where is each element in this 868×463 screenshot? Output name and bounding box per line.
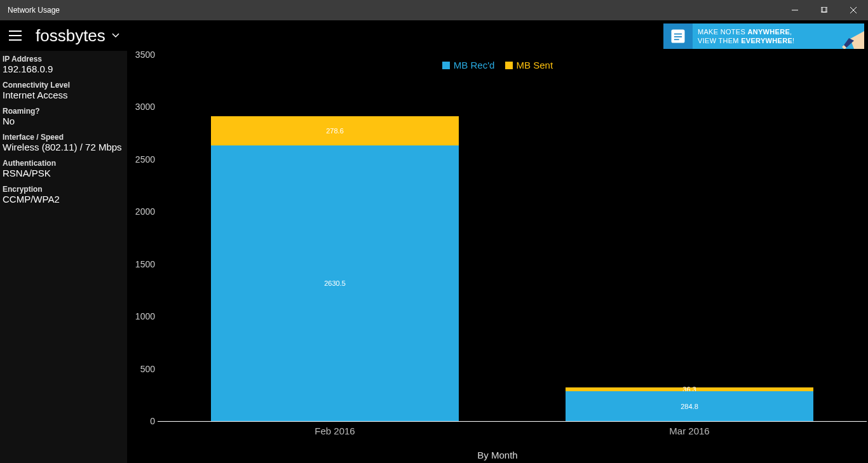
- chart-area: MB Rec'd MB Sent 05001000150020002500300…: [127, 51, 868, 463]
- note-icon: [663, 23, 693, 49]
- label-enc: Encryption: [3, 185, 125, 194]
- bar-feb-2016: 278.62630.5: [211, 116, 459, 421]
- kv-iface: Interface / Speed Wireless (802.11) / 72…: [3, 133, 125, 152]
- x-axis-title: By Month: [127, 450, 868, 460]
- value-auth: RSNA/PSK: [3, 168, 125, 178]
- brand-title: fossbytes: [36, 26, 105, 46]
- svg-rect-2: [822, 7, 827, 12]
- content-area: IP Address 192.168.0.9 Connectivity Leve…: [0, 51, 868, 463]
- plot-area: 0500100015002000250030003500278.62630.5F…: [158, 55, 867, 422]
- kv-auth: Authentication RSNA/PSK: [3, 159, 125, 178]
- y-tick-label: 3500: [131, 50, 155, 60]
- bar-segment: 2630.5: [211, 145, 459, 421]
- label-ip: IP Address: [3, 55, 125, 64]
- kv-roam: Roaming? No: [3, 107, 125, 126]
- y-tick-label: 1000: [131, 311, 155, 321]
- x-axis-line: [158, 421, 867, 422]
- menu-icon[interactable]: [6, 27, 24, 44]
- header-bar: fossbytes MAKE NOTES ANYWHERE, VIEW THEM…: [0, 20, 868, 51]
- label-conn: Connectivity Level: [3, 81, 125, 90]
- label-iface: Interface / Speed: [3, 133, 125, 142]
- chart: MB Rec'd MB Sent 05001000150020002500300…: [127, 51, 868, 463]
- ad-text: MAKE NOTES ANYWHERE, VIEW THEM EVERYWHER…: [693, 27, 832, 45]
- label-auth: Authentication: [3, 159, 125, 168]
- window-title: Network Usage: [8, 6, 780, 15]
- value-conn: Internet Access: [3, 90, 125, 100]
- value-iface: Wireless (802.11) / 72 Mbps: [3, 142, 125, 152]
- kv-conn: Connectivity Level Internet Access: [3, 81, 125, 100]
- hand-icon: [832, 23, 864, 49]
- label-roam: Roaming?: [3, 107, 125, 116]
- value-enc: CCMP/WPA2: [3, 194, 125, 205]
- bar-value-label: 278.6: [211, 127, 459, 135]
- bar-value-label: 284.8: [566, 403, 813, 410]
- y-tick-label: 500: [131, 364, 155, 374]
- sidebar: IP Address 192.168.0.9 Connectivity Leve…: [0, 51, 127, 463]
- bar-segment: 284.8: [566, 391, 813, 421]
- bar-segment: 278.6: [211, 116, 459, 145]
- maximize-button[interactable]: [810, 0, 839, 20]
- y-tick-label: 0: [131, 416, 155, 426]
- svg-rect-1: [821, 7, 826, 12]
- kv-ip: IP Address 192.168.0.9: [3, 55, 125, 74]
- minimize-button[interactable]: [780, 0, 810, 20]
- chevron-down-icon[interactable]: [109, 29, 122, 42]
- value-roam: No: [3, 116, 125, 126]
- value-ip: 192.168.0.9: [3, 64, 125, 74]
- y-tick-label: 2500: [131, 154, 155, 164]
- x-tick-label: Mar 2016: [669, 426, 709, 436]
- y-tick-label: 3000: [131, 102, 155, 112]
- y-tick-label: 1500: [131, 259, 155, 269]
- kv-enc: Encryption CCMP/WPA2: [3, 185, 125, 205]
- ad-banner[interactable]: MAKE NOTES ANYWHERE, VIEW THEM EVERYWHER…: [663, 23, 864, 49]
- title-bar: Network Usage: [0, 0, 868, 20]
- x-tick-label: Feb 2016: [315, 426, 355, 436]
- bar-mar-2016: 36.3284.8: [566, 387, 813, 421]
- close-button[interactable]: [839, 0, 868, 20]
- bar-value-label: 2630.5: [211, 279, 459, 287]
- y-tick-label: 2000: [131, 206, 155, 217]
